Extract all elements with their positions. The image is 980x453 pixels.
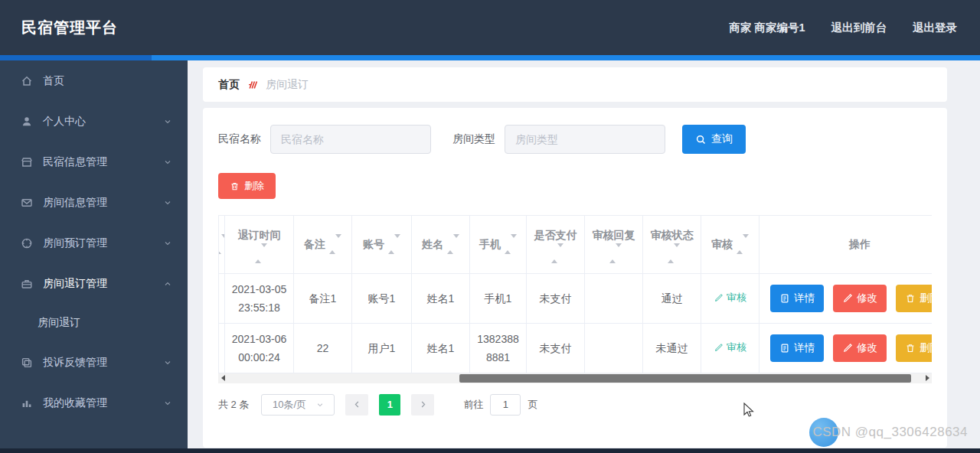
sidebar-subitem-room-cancel[interactable]: 房间退订 <box>0 304 188 342</box>
sidebar-item-home[interactable]: 首页 <box>0 60 188 101</box>
sort-icon[interactable] <box>329 236 341 253</box>
col-note[interactable]: 备注 <box>294 216 352 274</box>
scroll-left-arrow[interactable] <box>218 373 227 383</box>
home-icon <box>21 75 33 87</box>
chevron-down-icon <box>163 158 172 167</box>
cell-name: 姓名1 <box>412 273 470 323</box>
breadcrumb-current: 房间退订 <box>266 78 309 92</box>
detail-button[interactable]: 详情 <box>770 334 824 362</box>
main-content: 首页 房间退订 民宿名称 房间类型 查询 删除 <box>188 60 980 453</box>
cell-audit-reply <box>585 323 643 373</box>
col-audit[interactable]: 审核 <box>701 216 760 274</box>
cell-paid: 未支付 <box>527 323 585 373</box>
col-account[interactable]: 账号 <box>352 216 412 274</box>
col-cancel-time[interactable]: 退订时间 <box>225 216 294 274</box>
sort-icon[interactable] <box>668 245 680 262</box>
col-operations: 操作 <box>760 216 933 274</box>
cell-name: 姓名1 <box>412 323 470 373</box>
room-type-input[interactable] <box>505 125 665 154</box>
exit-to-front-link[interactable]: 退出到前台 <box>831 21 887 35</box>
sidebar-item-favorites[interactable]: 我的收藏管理 <box>0 383 188 423</box>
breadcrumb-home-link[interactable]: 首页 <box>218 78 240 92</box>
homestay-name-input[interactable] <box>270 125 431 154</box>
col-paid[interactable]: 是否支付 <box>527 216 585 274</box>
delete-button[interactable]: 删除 <box>896 334 932 362</box>
batch-actions: 删除 <box>218 173 932 199</box>
pencil-icon <box>714 293 724 303</box>
batch-delete-button[interactable]: 删除 <box>218 173 276 199</box>
sort-icon[interactable] <box>737 236 749 253</box>
next-page-button[interactable] <box>411 394 434 416</box>
pencil-icon <box>842 343 853 354</box>
scroll-right-arrow[interactable] <box>923 373 932 383</box>
table-row: 2021-03-05 23:55:18 备注1 账号1 姓名1 手机1 未支付 … <box>219 273 933 323</box>
edit-button[interactable]: 修改 <box>833 285 887 312</box>
search-icon <box>695 134 707 145</box>
goto-page-input[interactable] <box>490 394 521 416</box>
col-name[interactable]: 姓名 <box>412 216 470 274</box>
audit-link[interactable]: 审核 <box>714 288 746 307</box>
sidebar-item-label: 首页 <box>43 74 64 88</box>
page-unit-label: 页 <box>528 398 537 412</box>
cell-cancel-time: 2021-03-05 23:55:18 <box>225 273 294 323</box>
col-audit-status[interactable]: 审核状态 <box>643 216 701 274</box>
sort-icon[interactable] <box>551 245 564 262</box>
cell-note: 备注1 <box>294 273 352 323</box>
sort-icon[interactable] <box>388 236 400 253</box>
chevron-right-icon <box>419 400 427 409</box>
homestay-name-label: 民宿名称 <box>218 132 261 146</box>
sidebar-item-profile[interactable]: 个人中心 <box>0 101 188 142</box>
sidebar-item-room-info[interactable]: 房间信息管理 <box>0 182 188 223</box>
sort-icon[interactable] <box>255 245 267 262</box>
detail-button[interactable]: 详情 <box>770 285 824 312</box>
delete-button[interactable]: 删除 <box>896 285 932 312</box>
csdn-watermark: CSDN @qq_3306428634 <box>809 418 968 447</box>
clipped-column <box>219 216 225 274</box>
edit-button[interactable]: 修改 <box>833 334 887 362</box>
col-audit-reply[interactable]: 审核回复 <box>585 216 643 274</box>
goto-page: 前往 页 <box>463 394 537 416</box>
bottom-edge-strip <box>0 448 980 453</box>
sidebar-item-label: 房间预订管理 <box>43 236 107 250</box>
accent-strip <box>0 55 980 60</box>
sidebar-item-room-cancel[interactable]: 房间退订管理 <box>0 263 188 304</box>
sidebar: 首页 个人中心 民宿信息管理 房间信息管理 房间预订管理 房间退订管理 房间退订… <box>0 60 188 453</box>
prev-page-button[interactable] <box>345 394 368 416</box>
horizontal-scrollbar <box>218 373 932 383</box>
chevron-down-icon <box>163 399 172 408</box>
pencil-icon <box>842 293 853 304</box>
cell-audit-status: 未通过 <box>643 323 701 373</box>
page-1-button[interactable]: 1 <box>379 394 400 416</box>
user-info[interactable]: 商家 商家编号1 <box>729 21 805 35</box>
logout-link[interactable]: 退出登录 <box>913 21 957 35</box>
search-button[interactable]: 查询 <box>682 125 746 154</box>
user-icon <box>21 116 33 128</box>
layers-icon <box>21 357 33 369</box>
chevron-left-icon <box>353 400 361 409</box>
col-phone[interactable]: 手机 <box>470 216 527 274</box>
cell-account: 账号1 <box>352 273 412 323</box>
chevron-down-icon <box>316 401 324 409</box>
sidebar-item-label: 个人中心 <box>43 115 86 129</box>
page-size-select[interactable]: 10条/页 <box>261 394 335 416</box>
room-cancel-panel: 民宿名称 房间类型 查询 删除 <box>203 108 947 448</box>
sort-icon[interactable] <box>505 236 517 253</box>
cell-paid: 未支付 <box>527 273 585 323</box>
sort-icon[interactable] <box>447 236 459 253</box>
bar-chart-icon <box>21 397 33 409</box>
total-count: 共 2 条 <box>218 398 249 412</box>
homestay-icon <box>21 156 33 168</box>
sidebar-item-label: 投诉反馈管理 <box>43 356 107 370</box>
compass-icon <box>21 237 33 249</box>
audit-link[interactable]: 审核 <box>714 338 746 357</box>
sidebar-item-feedback[interactable]: 投诉反馈管理 <box>0 342 188 383</box>
cell-audit-status: 通过 <box>643 273 701 323</box>
scrollbar-thumb[interactable] <box>459 374 911 383</box>
chevron-down-icon <box>163 239 172 248</box>
cell-phone: 13823888881 <box>470 323 527 373</box>
sidebar-item-homestay-info[interactable]: 民宿信息管理 <box>0 142 188 182</box>
envelope-icon <box>21 197 33 209</box>
sidebar-item-room-booking[interactable]: 房间预订管理 <box>0 223 188 263</box>
navbar-right: 商家 商家编号1 退出到前台 退出登录 <box>729 21 957 35</box>
sort-icon[interactable] <box>609 245 622 262</box>
